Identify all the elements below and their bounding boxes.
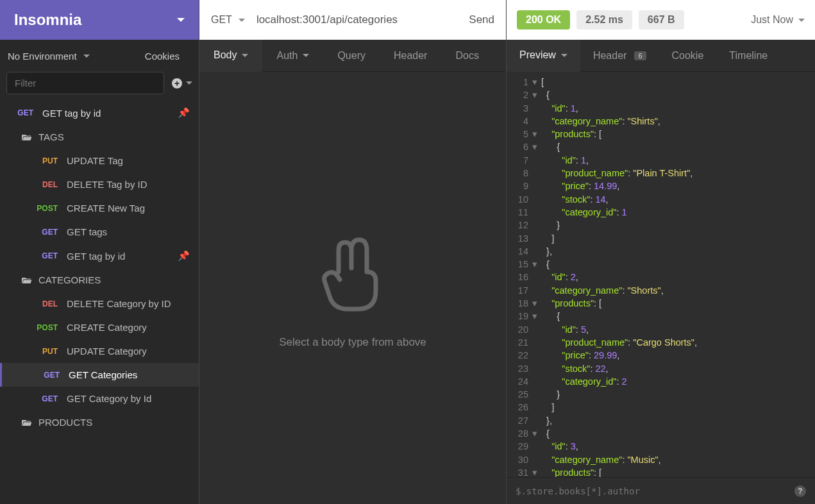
chevron-down-icon	[798, 19, 805, 22]
json-line: 16 "id": 2,	[507, 271, 815, 283]
json-line: 12 }	[507, 219, 815, 231]
json-line: 15▾ {	[507, 258, 815, 271]
tab-preview[interactable]: Preview	[507, 40, 580, 72]
url-input[interactable]	[256, 13, 457, 26]
request-label: UPDATE Category	[67, 346, 190, 357]
pin-icon: 📌	[178, 107, 190, 119]
environment-selector[interactable]: No Environment	[8, 51, 90, 62]
request-item[interactable]: GETGET Category by Id	[0, 387, 199, 410]
json-line: 24 "category_id": 2	[507, 375, 815, 388]
request-item[interactable]: GETGET Categories	[0, 363, 199, 387]
response-size-badge: 667 B	[639, 10, 684, 29]
request-item[interactable]: DELDELETE Tag by ID	[0, 172, 199, 196]
request-label: GET tags	[67, 226, 190, 237]
request-pane: GET Send Body Auth Query Header Docs	[199, 0, 507, 504]
help-icon[interactable]: ?	[794, 485, 806, 497]
json-line: 21 "product_name": "Cargo Shorts",	[507, 336, 815, 349]
request-item[interactable]: GET GET tag by id 📌	[0, 101, 199, 125]
json-line: 22 "price": 29.99,	[507, 349, 815, 362]
folder-label: PRODUCTS	[38, 417, 92, 428]
pin-icon: 📌	[178, 250, 190, 262]
jsonpath-bar: ?	[507, 477, 815, 504]
tab-auth[interactable]: Auth	[262, 40, 323, 71]
response-time-label: Just Now	[751, 14, 793, 26]
tab-docs[interactable]: Docs	[441, 40, 492, 71]
header-count-badge: 6	[634, 51, 646, 60]
request-label: DELETE Category by ID	[67, 298, 190, 309]
folder-label: TAGS	[38, 131, 64, 142]
response-pane: 200 OK 2.52 ms 667 B Just Now Preview He…	[507, 0, 815, 504]
method-selector[interactable]: GET	[211, 14, 245, 26]
request-item[interactable]: PUTUPDATE Category	[0, 339, 199, 363]
json-line: 10 "stock": 14,	[507, 193, 815, 206]
folder-label: CATEGORIES	[38, 274, 101, 285]
json-line: 1▾[	[507, 76, 815, 88]
tab-query[interactable]: Query	[323, 40, 380, 71]
json-line: 25 }	[507, 388, 815, 401]
tab-header[interactable]: Header	[380, 40, 441, 71]
json-line: 6▾ {	[507, 140, 815, 153]
method-badge: GET	[36, 228, 58, 237]
request-label: GET tag by id	[42, 108, 169, 119]
send-button[interactable]: Send	[469, 13, 494, 26]
plus-icon: +	[172, 78, 182, 88]
folder-open-icon	[22, 419, 32, 426]
json-line: 19▾ {	[507, 310, 815, 323]
request-item[interactable]: PUTUPDATE Tag	[0, 149, 199, 172]
request-item[interactable]: POSTCREATE New Tag	[0, 196, 199, 220]
folder-open-icon	[22, 133, 32, 141]
body-empty-text: Select a body type from above	[279, 336, 426, 349]
folder-item[interactable]: TAGS	[0, 125, 199, 149]
json-line: 9 "price": 14.99,	[507, 180, 815, 192]
json-line: 4 "category_name": "Shirts",	[507, 115, 815, 128]
method-badge: POST	[36, 204, 58, 213]
url-bar: GET Send	[199, 0, 506, 40]
folder-item[interactable]: CATEGORIES	[0, 268, 199, 292]
request-label: GET Category by Id	[67, 393, 190, 404]
tab-timeline[interactable]: Timeline	[716, 40, 780, 71]
status-code-badge: 200 OK	[517, 10, 570, 29]
chevron-down-icon	[239, 19, 245, 22]
tab-response-header[interactable]: Header 6	[580, 40, 659, 71]
json-line: 2▾ {	[507, 88, 815, 101]
request-list: GET GET tag by id 📌 TAGSPUTUPDATE TagDEL…	[0, 101, 199, 504]
json-line: 8 "product_name": "Plain T-Shirt",	[507, 167, 815, 180]
response-time-badge: 2.52 ms	[576, 10, 632, 29]
method-badge: POST	[36, 323, 58, 332]
json-line: 18▾ "products": [	[507, 297, 815, 310]
jsonpath-input[interactable]	[516, 486, 788, 496]
tab-body[interactable]: Body	[199, 40, 262, 72]
folder-item[interactable]: PRODUCTS	[0, 410, 199, 434]
chevron-down-icon	[303, 54, 309, 57]
request-item[interactable]: DELDELETE Category by ID	[0, 292, 199, 315]
chevron-down-icon	[242, 54, 248, 57]
folder-open-icon	[22, 276, 32, 284]
request-label: UPDATE Tag	[67, 155, 190, 166]
chevron-down-icon	[83, 55, 90, 58]
chevron-down-icon	[561, 54, 567, 57]
environment-label: No Environment	[8, 51, 77, 62]
status-bar: 200 OK 2.52 ms 667 B Just Now	[507, 0, 815, 40]
request-item[interactable]: GETGET tags	[0, 220, 199, 244]
request-item[interactable]: GETGET tag by id📌	[0, 244, 199, 268]
workspace-header[interactable]: Insomnia	[0, 0, 199, 40]
request-label: CREATE Category	[67, 322, 190, 333]
json-line: 14 },	[507, 245, 815, 258]
response-history-dropdown[interactable]: Just Now	[751, 14, 805, 26]
method-badge: GET	[9, 108, 33, 117]
request-label: CREATE New Tag	[67, 203, 190, 214]
filter-input[interactable]	[6, 72, 164, 94]
body-empty-state: Select a body type from above	[199, 72, 506, 504]
json-viewer[interactable]: 1▾[2▾ {3 "id": 1,4 "category_name": "Shi…	[507, 72, 815, 477]
method-badge: GET	[36, 394, 58, 403]
tab-cookie[interactable]: Cookie	[659, 40, 717, 71]
json-line: 3 "id": 1,	[507, 102, 815, 115]
request-item[interactable]: POSTCREATE Category	[0, 315, 199, 339]
json-line: 31▾ "products": [	[507, 466, 815, 477]
method-badge: DEL	[36, 180, 58, 189]
cookies-link[interactable]: Cookies	[145, 51, 191, 62]
add-request-button[interactable]: +	[172, 78, 192, 88]
request-label: GET tag by id	[67, 251, 169, 262]
json-line: 23 "stock": 22,	[507, 362, 815, 375]
request-label: DELETE Tag by ID	[67, 179, 190, 190]
